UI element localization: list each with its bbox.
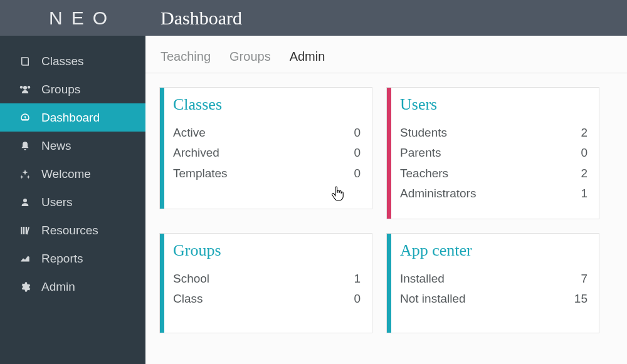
row-label: Class: [173, 289, 203, 309]
card-title-groups[interactable]: Groups: [173, 241, 361, 260]
card-row[interactable]: Class 0: [173, 289, 361, 309]
sidebar-item-users[interactable]: Users: [0, 188, 145, 216]
row-value: 0: [354, 164, 361, 184]
row-label: Templates: [173, 164, 228, 184]
sidebar-item-welcome[interactable]: Welcome: [0, 160, 145, 188]
row-label: Archived: [173, 143, 219, 163]
logo-text: NEO: [49, 8, 116, 29]
row-value: 2: [581, 123, 587, 143]
book-icon: [18, 56, 33, 67]
sidebar-item-label: Users: [41, 195, 73, 209]
logo: NEO: [0, 0, 145, 36]
sidebar-item-label: Classes: [41, 55, 84, 68]
sidebar-item-news[interactable]: News: [0, 132, 145, 160]
topbar: Dashboard: [145, 0, 627, 36]
sidebar-item-resources[interactable]: Resources: [0, 216, 145, 244]
sidebar-item-label: Dashboard: [41, 111, 100, 125]
sidebar-item-label: Welcome: [41, 167, 91, 181]
row-label: Not installed: [400, 289, 466, 309]
row-value: 0: [354, 143, 361, 163]
card-row[interactable]: Not installed 15: [400, 289, 587, 309]
card-title-users[interactable]: Users: [400, 95, 587, 114]
card-row[interactable]: Archived 0: [173, 143, 361, 163]
person-icon: [18, 197, 33, 208]
row-label: Parents: [400, 143, 441, 163]
sidebar-item-label: News: [41, 139, 71, 153]
row-value: 0: [354, 289, 361, 309]
sidebar-item-label: Reports: [41, 252, 83, 266]
card-accent: [160, 88, 164, 209]
row-label: Active: [173, 123, 206, 143]
row-value: 7: [581, 269, 587, 289]
card-groups: Groups School 1 Class 0: [159, 233, 372, 333]
bell-icon: [18, 140, 33, 152]
row-value: 0: [354, 123, 361, 143]
gear-icon: [18, 281, 33, 293]
card-title-appcenter[interactable]: App center: [400, 241, 587, 260]
library-icon: [18, 225, 33, 236]
card-classes: Classes Active 0 Archived 0 Templates 0: [159, 87, 372, 209]
card-row[interactable]: Parents 0: [400, 143, 587, 163]
row-label: Students: [400, 123, 447, 143]
card-row[interactable]: Students 2: [400, 123, 587, 143]
card-row[interactable]: Teachers 2: [400, 164, 587, 184]
card-users: Users Students 2 Parents 0 Teachers 2 A: [386, 87, 599, 219]
row-label: Installed: [400, 269, 445, 289]
sidebar: NEO Classes Groups Dashboard: [0, 0, 145, 364]
row-value: 15: [574, 289, 587, 309]
sidebar-item-label: Resources: [41, 224, 98, 237]
tab-admin[interactable]: Admin: [290, 49, 325, 65]
tabs: Teaching Groups Admin: [145, 36, 627, 73]
row-label: School: [173, 269, 209, 289]
page-title: Dashboard: [161, 8, 242, 29]
sidebar-item-groups[interactable]: Groups: [0, 75, 145, 103]
card-row[interactable]: Installed 7: [400, 269, 587, 289]
cards-grid: Classes Active 0 Archived 0 Templates 0: [145, 73, 627, 333]
row-value: 0: [581, 143, 587, 163]
people-icon: [18, 84, 33, 95]
sidebar-item-classes[interactable]: Classes: [0, 47, 145, 75]
card-row[interactable]: Templates 0: [173, 164, 361, 184]
sidebar-item-label: Admin: [41, 280, 75, 294]
row-label: Teachers: [400, 164, 448, 184]
card-row[interactable]: Administrators 1: [400, 184, 587, 204]
nav: Classes Groups Dashboard News: [0, 36, 145, 301]
sidebar-item-admin[interactable]: Admin: [0, 273, 145, 301]
card-accent: [387, 234, 391, 333]
main: Dashboard Teaching Groups Admin Classes …: [145, 0, 627, 364]
gauge-icon: [18, 112, 33, 123]
card-row[interactable]: Active 0: [173, 123, 361, 143]
tab-groups[interactable]: Groups: [229, 49, 271, 65]
card-accent: [160, 234, 164, 333]
chart-icon: [18, 253, 33, 264]
row-value: 1: [581, 184, 587, 204]
card-appcenter: App center Installed 7 Not installed 15: [386, 233, 599, 333]
sidebar-item-dashboard[interactable]: Dashboard: [0, 103, 145, 132]
card-row[interactable]: School 1: [173, 269, 361, 289]
card-title-classes[interactable]: Classes: [173, 95, 361, 114]
row-label: Administrators: [400, 184, 476, 204]
row-value: 1: [354, 269, 361, 289]
card-accent: [387, 88, 391, 219]
tab-teaching[interactable]: Teaching: [161, 49, 211, 65]
sidebar-item-reports[interactable]: Reports: [0, 244, 145, 273]
sparkle-icon: [18, 169, 33, 180]
row-value: 2: [581, 164, 587, 184]
sidebar-item-label: Groups: [41, 83, 80, 96]
